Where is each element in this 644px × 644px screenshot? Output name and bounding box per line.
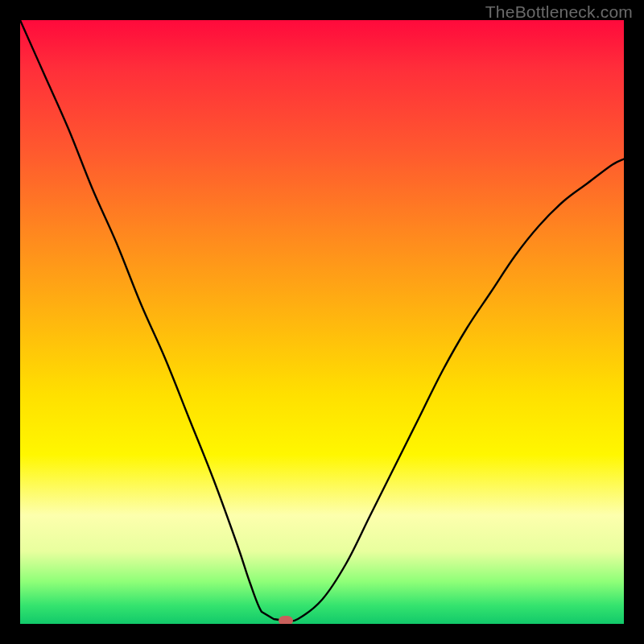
chart-stage: TheBottleneck.com — [0, 0, 644, 644]
optimum-marker — [279, 616, 293, 625]
curve-path — [20, 20, 624, 621]
bottleneck-curve — [20, 20, 624, 624]
plot-area — [20, 20, 624, 624]
watermark-text: TheBottleneck.com — [485, 2, 633, 22]
